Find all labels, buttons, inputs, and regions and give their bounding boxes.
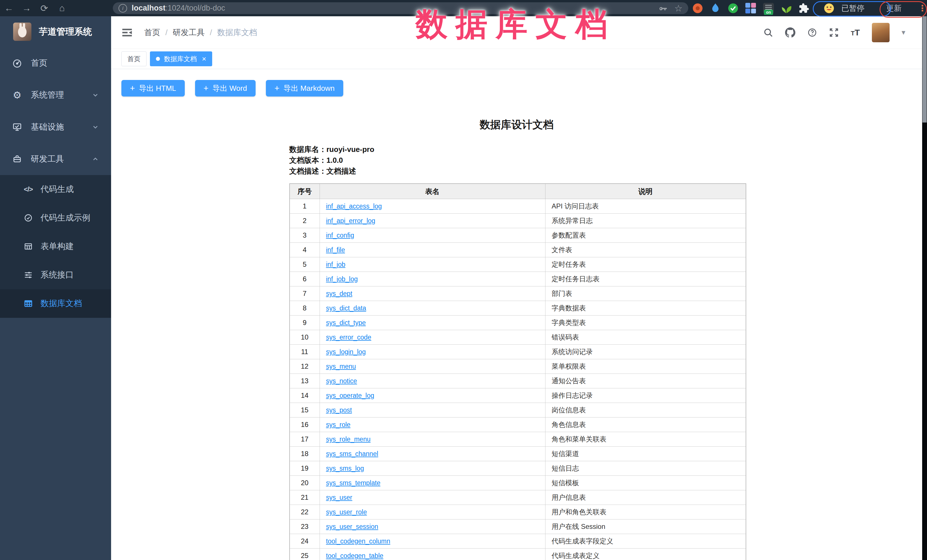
sidebar-item-infra[interactable]: 基础设施 <box>0 111 111 143</box>
github-icon[interactable] <box>785 27 795 38</box>
extension-on-icon[interactable]: on <box>763 3 774 14</box>
table-link[interactable]: sys_dept <box>326 290 353 297</box>
table-name-cell: sys_sms_log <box>319 461 545 476</box>
table-link[interactable]: sys_user_session <box>326 523 378 530</box>
extension-grid-icon[interactable] <box>745 3 756 14</box>
profile-emoji-icon[interactable] <box>824 3 834 14</box>
table-link[interactable]: inf_config <box>326 232 354 239</box>
table-desc-cell: 用户在线 Session <box>545 519 746 534</box>
browser-menu-icon[interactable]: ⋮ <box>918 7 927 10</box>
table-link[interactable]: inf_file <box>326 246 345 253</box>
browser-home-icon[interactable]: ⌂ <box>53 3 71 14</box>
table-link[interactable]: inf_job <box>326 261 345 268</box>
search-icon[interactable] <box>763 28 773 37</box>
table-link[interactable]: sys_user_role <box>326 508 367 516</box>
app-title: 芋道管理系统 <box>39 26 92 38</box>
browser-forward-icon[interactable]: → <box>18 3 35 14</box>
user-avatar[interactable] <box>872 23 890 42</box>
extension-leaf-icon[interactable] <box>781 3 792 14</box>
table-desc-cell: 定时任务日志表 <box>545 272 746 287</box>
table-link[interactable]: sys_menu <box>326 363 356 370</box>
table-link[interactable]: sys_login_log <box>326 348 366 355</box>
sidebar-item-system[interactable]: ⚙ 系统管理 <box>0 79 111 111</box>
sidebar-item-label: 代码生成 <box>41 184 74 195</box>
help-icon[interactable] <box>807 28 817 37</box>
tab-db-doc[interactable]: 数据库文档 × <box>150 52 212 66</box>
extension-check-icon[interactable] <box>728 3 739 14</box>
table-desc-cell: 角色信息表 <box>545 417 746 432</box>
table-desc-cell: 操作日志记录 <box>545 389 746 403</box>
tab-close-icon[interactable]: × <box>202 55 206 62</box>
table-link[interactable]: tool_codegen_table <box>326 552 383 559</box>
row-index: 25 <box>290 549 319 560</box>
sidebar-item-devtools[interactable]: 研发工具 <box>0 143 111 175</box>
table-link[interactable]: sys_error_code <box>326 334 372 341</box>
logo-avatar <box>13 23 31 41</box>
table-link[interactable]: inf_api_error_log <box>326 217 375 225</box>
table-desc-cell: 短信模板 <box>545 476 746 490</box>
table-row: 12sys_menu菜单权限表 <box>290 359 746 374</box>
export-markdown-button[interactable]: +导出 Markdown <box>266 80 343 97</box>
table-link[interactable]: sys_notice <box>326 377 357 385</box>
table-row: 21sys_user用户信息表 <box>290 490 746 505</box>
browser-reload-icon[interactable]: ⟳ <box>35 3 53 14</box>
sidebar-item-label: 系统管理 <box>31 90 64 101</box>
table-name-cell: sys_user_session <box>319 519 545 534</box>
table-link[interactable]: sys_sms_template <box>326 479 380 487</box>
sidebar-item-api[interactable]: 系统接口 <box>0 261 111 289</box>
toolbox-icon <box>12 154 22 164</box>
row-index: 9 <box>290 316 319 330</box>
form-grid-icon <box>23 241 33 251</box>
sidebar-item-codegen-demo[interactable]: 代码生成示例 <box>0 203 111 232</box>
font-size-icon[interactable]: TT <box>851 28 860 37</box>
table-link[interactable]: sys_post <box>326 406 352 414</box>
table-link[interactable]: inf_job_log <box>326 275 358 283</box>
table-link[interactable]: tool_codegen_column <box>326 537 391 545</box>
sidebar-item-db-doc[interactable]: 数据库文档 <box>0 289 111 318</box>
table-link[interactable]: sys_sms_channel <box>326 450 378 457</box>
sidebar-collapse-icon[interactable] <box>122 28 133 37</box>
sidebar-item-form-builder[interactable]: 表单构建 <box>0 232 111 261</box>
tab-home[interactable]: 首页 <box>122 52 146 66</box>
table-row: 4inf_file文件表 <box>290 243 746 257</box>
extension-orange-icon[interactable] <box>692 3 703 14</box>
row-index: 2 <box>290 214 319 228</box>
export-html-button[interactable]: +导出 HTML <box>122 80 185 97</box>
avatar-caret-icon[interactable]: ▾ <box>901 28 905 37</box>
breadcrumb-home[interactable]: 首页 <box>144 27 160 38</box>
table-link[interactable]: sys_role <box>326 421 351 428</box>
extension-puzzle-icon[interactable] <box>798 3 809 14</box>
table-name-cell: sys_user_role <box>319 505 545 519</box>
browser-update-button[interactable]: 更新 <box>886 3 901 14</box>
site-info-icon[interactable]: i <box>119 4 127 12</box>
browser-scrollbar[interactable] <box>922 16 927 560</box>
password-key-icon[interactable] <box>658 3 668 13</box>
sidebar-item-codegen[interactable]: </> 代码生成 <box>0 175 111 203</box>
table-link[interactable]: sys_dict_data <box>326 304 366 312</box>
table-link[interactable]: sys_role_menu <box>326 436 371 443</box>
scrollbar-thumb[interactable] <box>922 16 927 123</box>
table-link[interactable]: inf_api_access_log <box>326 202 382 210</box>
table-desc-cell: 错误码表 <box>545 330 746 344</box>
table-link[interactable]: sys_operate_log <box>326 392 374 399</box>
breadcrumb-devtools[interactable]: 研发工具 <box>173 27 205 38</box>
table-link[interactable]: sys_user <box>326 494 353 501</box>
bookmark-star-icon[interactable]: ☆ <box>674 3 682 14</box>
doc-meta-line: 文档描述：文档描述 <box>289 165 374 176</box>
table-name-cell: sys_role_menu <box>319 432 545 447</box>
logo[interactable]: 芋道管理系统 <box>0 16 111 47</box>
badge-check-icon <box>23 213 33 223</box>
extension-drop-icon[interactable] <box>710 3 721 14</box>
table-desc-cell: 系统异常日志 <box>545 214 746 228</box>
browser-back-icon[interactable]: ← <box>0 3 18 14</box>
sidebar-item-home[interactable]: 首页 <box>0 47 111 79</box>
fullscreen-icon[interactable] <box>829 28 839 37</box>
row-index: 20 <box>290 476 319 490</box>
code-icon: </> <box>23 185 33 194</box>
row-index: 14 <box>290 389 319 403</box>
table-header-row: 序号 表名 说明 <box>290 184 746 199</box>
table-link[interactable]: sys_dict_type <box>326 319 366 326</box>
table-link[interactable]: sys_sms_log <box>326 464 364 472</box>
export-word-button[interactable]: +导出 Word <box>195 80 255 97</box>
table-row: 16sys_role角色信息表 <box>290 417 746 432</box>
